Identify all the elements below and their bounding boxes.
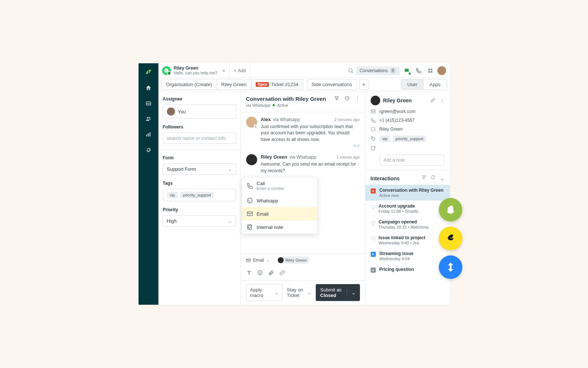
svg-point-15 xyxy=(247,198,252,203)
integration-bubbles xyxy=(439,198,462,279)
message-author: Alex xyxy=(261,117,271,122)
svg-point-22 xyxy=(442,99,442,100)
channel-call[interactable]: Call Enter a number xyxy=(242,177,317,194)
top-right-tools: Conversations 0 xyxy=(344,63,450,78)
interaction-item[interactable]: P Streaming issueWednesday 9:04 xyxy=(365,248,450,264)
chevron-down-icon[interactable]: ⌄ xyxy=(440,175,445,182)
filter-icon[interactable] xyxy=(334,96,339,101)
interaction-item[interactable]: Account upgradeFriday 12:08 • Shopify xyxy=(365,201,450,216)
conversation-header: Conversation with Riley Green via Whatsa… xyxy=(241,91,365,112)
attachment-icon[interactable] xyxy=(268,270,274,276)
svg-rect-8 xyxy=(428,71,430,72)
message-time: 2 minutes ago xyxy=(334,117,360,122)
app-window: Riley Green Hello, can you help me? × + … xyxy=(139,63,450,305)
conversations-pill[interactable]: Conversations 0 xyxy=(356,66,400,75)
composer-to-chip[interactable]: Riley Green xyxy=(277,256,310,264)
svg-rect-4 xyxy=(150,132,150,137)
jira-bubble[interactable] xyxy=(439,255,462,279)
interaction-item[interactable]: S Pricing question xyxy=(365,264,450,276)
svg-point-11 xyxy=(357,97,358,98)
segment-user[interactable]: User xyxy=(401,79,423,89)
status-badge: O xyxy=(371,188,376,194)
channel-whatsapp[interactable]: Whatsapp xyxy=(242,194,317,207)
message-text: Awesome. Can you send me an email receip… xyxy=(261,161,360,174)
svg-rect-9 xyxy=(431,71,432,72)
chevron-down-icon[interactable]: ⌄ xyxy=(351,290,356,296)
user-avatar[interactable] xyxy=(437,66,446,75)
interaction-item[interactable]: O Conversation with Riley GreenActive no… xyxy=(365,185,450,201)
refresh-icon[interactable] xyxy=(431,175,435,182)
interaction-item[interactable]: Issue linked to projectWednesday 9:40 • … xyxy=(365,232,450,248)
tab-subtitle: Hello, can you help me? xyxy=(174,71,217,75)
inbox-icon[interactable] xyxy=(145,100,152,107)
add-tab-button[interactable]: + Add xyxy=(230,63,251,78)
filter-icon[interactable] xyxy=(421,175,426,182)
phone-icon[interactable] xyxy=(414,66,423,75)
users-icon[interactable] xyxy=(145,116,152,122)
svg-point-14 xyxy=(255,125,256,126)
divider xyxy=(158,150,241,150)
form-select[interactable]: Support Form⌄ xyxy=(163,163,236,175)
chat-presence-icon[interactable] xyxy=(402,66,412,75)
svg-point-12 xyxy=(357,98,358,99)
top-tab-strip: Riley Green Hello, can you help me? × + … xyxy=(158,63,450,78)
followers-search[interactable] xyxy=(163,132,236,144)
tags-field[interactable]: vip priority_support xyxy=(163,189,236,201)
more-icon[interactable] xyxy=(440,98,445,103)
link-icon[interactable] xyxy=(279,270,285,276)
breadcrumb-user[interactable]: Riley Green xyxy=(217,79,252,90)
close-tab-icon[interactable]: × xyxy=(223,68,225,74)
user-panel: Riley Green rgreen@work.com +1 (415)123-… xyxy=(365,91,450,305)
add-side-conv-button[interactable]: + xyxy=(359,79,369,90)
message-list: Alex via Whatsapp 2 minutes ago Just con… xyxy=(241,112,365,253)
breadcrumb-org[interactable]: Organisation (Create) xyxy=(161,79,217,90)
email-icon xyxy=(246,258,251,263)
reports-icon[interactable] xyxy=(145,131,152,138)
body-panels: Assignee You Followers Form Support Form… xyxy=(158,91,450,305)
svg-rect-2 xyxy=(146,134,147,137)
segment-apps[interactable]: Apps xyxy=(423,79,447,89)
conversation-panel: Conversation with Riley Green via Whatsa… xyxy=(241,91,365,305)
assignee-field[interactable]: You xyxy=(163,105,236,118)
interactions-header: Interactions ⌄ xyxy=(365,170,450,185)
priority-select[interactable]: High⌄ xyxy=(163,215,236,227)
channel-email[interactable]: Email xyxy=(242,207,317,220)
user-avatar xyxy=(371,96,380,105)
timeline-dot xyxy=(371,221,375,224)
side-conversations-button[interactable]: Side conversations xyxy=(307,79,357,90)
svg-point-19 xyxy=(258,270,262,275)
emoji-icon[interactable] xyxy=(257,270,263,276)
submit-button[interactable]: Submit as Closed ⌄ xyxy=(316,284,360,301)
nav-rail xyxy=(139,63,158,305)
stay-on-ticket-dropdown[interactable]: Stay on Ticket ⌄ xyxy=(287,287,312,298)
more-icon[interactable] xyxy=(355,96,360,101)
interaction-item[interactable]: Campaign openedThursday 10:32 • Mailchim… xyxy=(365,216,450,232)
add-note-field[interactable]: Add a note xyxy=(379,155,445,166)
breadcrumb-row: Organisation (Create) Riley Green Open T… xyxy=(158,78,450,91)
shopify-bubble[interactable] xyxy=(439,198,462,222)
delivery-checks-icon: ✓✓ xyxy=(261,144,360,148)
mailchimp-bubble[interactable] xyxy=(439,227,462,250)
text-format-icon[interactable] xyxy=(246,270,252,276)
settings-icon[interactable] xyxy=(145,146,152,153)
conversation-title: Conversation with Riley Green xyxy=(246,96,326,102)
breadcrumb-ticket[interactable]: Open Ticket #1234 xyxy=(251,79,303,90)
agent-badge-icon xyxy=(253,124,258,128)
interactions-title: Interactions xyxy=(371,176,400,181)
edit-icon[interactable] xyxy=(430,98,435,103)
ticket-tab[interactable]: Riley Green Hello, can you help me? × xyxy=(158,63,230,78)
message-text: Just confirmed with your subscription te… xyxy=(261,124,360,143)
svg-point-13 xyxy=(357,99,358,100)
apps-grid-icon[interactable] xyxy=(426,66,435,75)
home-icon[interactable] xyxy=(145,85,152,91)
channel-internal-note[interactable]: Internal note xyxy=(242,220,317,234)
svg-rect-6 xyxy=(428,68,430,70)
status-badge: P xyxy=(371,252,376,257)
search-icon[interactable] xyxy=(348,68,354,74)
history-icon[interactable] xyxy=(344,96,350,101)
composer-channel[interactable]: Email ⌄ xyxy=(246,258,270,263)
footer-bar: Apply macro ⌄ Stay on Ticket ⌄ Submit as… xyxy=(241,280,365,305)
conversation-via: via Whatsapp xyxy=(246,103,271,107)
apply-macro-button[interactable]: Apply macro ⌄ xyxy=(246,284,283,301)
tag: vip xyxy=(167,192,178,198)
